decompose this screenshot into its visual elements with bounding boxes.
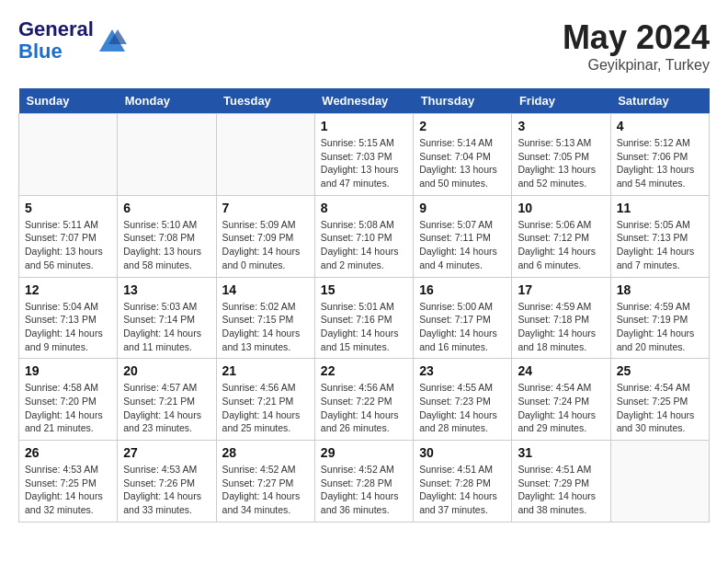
weekday-header-tuesday: Tuesday [216,88,314,114]
day-number: 17 [518,282,604,297]
calendar-cell [610,441,709,523]
calendar-cell: 16Sunrise: 5:00 AM Sunset: 7:17 PM Dayli… [414,277,512,359]
day-number: 2 [419,119,506,133]
day-number: 5 [25,201,111,215]
day-number: 11 [617,201,703,215]
day-info: Sunrise: 5:11 AM Sunset: 7:07 PM Dayligh… [25,218,111,272]
calendar-cell: 2Sunrise: 5:14 AM Sunset: 7:04 PM Daylig… [414,114,512,196]
calendar-cell: 19Sunrise: 4:58 AM Sunset: 7:20 PM Dayli… [19,359,118,441]
calendar-cell: 17Sunrise: 4:59 AM Sunset: 7:18 PM Dayli… [512,277,610,359]
week-row-0: 1Sunrise: 5:15 AM Sunset: 7:03 PM Daylig… [19,114,710,196]
weekday-header-saturday: Saturday [610,88,709,114]
calendar-cell: 15Sunrise: 5:01 AM Sunset: 7:16 PM Dayli… [314,277,413,359]
day-info: Sunrise: 4:53 AM Sunset: 7:26 PM Dayligh… [123,463,210,517]
day-info: Sunrise: 5:03 AM Sunset: 7:14 PM Dayligh… [123,300,210,354]
day-number: 16 [419,282,506,297]
calendar-cell: 3Sunrise: 5:13 AM Sunset: 7:05 PM Daylig… [512,114,610,196]
calendar-cell: 25Sunrise: 4:54 AM Sunset: 7:25 PM Dayli… [610,359,709,441]
day-number: 21 [222,363,309,378]
calendar-cell [19,114,118,196]
calendar-cell: 14Sunrise: 5:02 AM Sunset: 7:15 PM Dayli… [216,277,314,359]
calendar-cell: 30Sunrise: 4:51 AM Sunset: 7:28 PM Dayli… [414,441,512,523]
day-number: 10 [518,201,604,215]
day-number: 1 [321,119,407,133]
day-info: Sunrise: 5:08 AM Sunset: 7:10 PM Dayligh… [321,218,407,272]
day-info: Sunrise: 5:06 AM Sunset: 7:12 PM Dayligh… [518,218,604,272]
day-info: Sunrise: 5:09 AM Sunset: 7:09 PM Dayligh… [222,218,309,272]
day-info: Sunrise: 4:56 AM Sunset: 7:22 PM Dayligh… [321,381,407,435]
day-info: Sunrise: 5:12 AM Sunset: 7:06 PM Dayligh… [617,136,703,190]
day-info: Sunrise: 4:52 AM Sunset: 7:28 PM Dayligh… [321,463,407,517]
week-row-1: 5Sunrise: 5:11 AM Sunset: 7:07 PM Daylig… [19,195,710,277]
day-info: Sunrise: 4:56 AM Sunset: 7:21 PM Dayligh… [222,381,309,435]
day-info: Sunrise: 4:52 AM Sunset: 7:27 PM Dayligh… [222,463,309,517]
day-info: Sunrise: 4:51 AM Sunset: 7:28 PM Dayligh… [419,463,506,517]
day-info: Sunrise: 5:02 AM Sunset: 7:15 PM Dayligh… [222,300,309,354]
day-info: Sunrise: 5:00 AM Sunset: 7:17 PM Dayligh… [419,300,506,354]
day-info: Sunrise: 4:51 AM Sunset: 7:29 PM Dayligh… [518,463,604,517]
day-info: Sunrise: 4:53 AM Sunset: 7:25 PM Dayligh… [25,463,111,517]
day-info: Sunrise: 4:55 AM Sunset: 7:23 PM Dayligh… [419,381,506,435]
day-info: Sunrise: 5:04 AM Sunset: 7:13 PM Dayligh… [25,300,111,354]
calendar-cell: 27Sunrise: 4:53 AM Sunset: 7:26 PM Dayli… [118,441,216,523]
calendar-cell: 31Sunrise: 4:51 AM Sunset: 7:29 PM Dayli… [512,441,610,523]
calendar-cell: 7Sunrise: 5:09 AM Sunset: 7:09 PM Daylig… [216,195,314,277]
calendar-cell: 4Sunrise: 5:12 AM Sunset: 7:06 PM Daylig… [610,114,709,196]
location-subtitle: Geyikpinar, Turkey [563,57,710,74]
week-row-2: 12Sunrise: 5:04 AM Sunset: 7:13 PM Dayli… [19,277,710,359]
calendar-cell: 13Sunrise: 5:03 AM Sunset: 7:14 PM Dayli… [118,277,216,359]
calendar-cell [216,114,314,196]
calendar-table: SundayMondayTuesdayWednesdayThursdayFrid… [18,88,710,523]
calendar-cell: 18Sunrise: 4:59 AM Sunset: 7:19 PM Dayli… [610,277,709,359]
week-row-4: 26Sunrise: 4:53 AM Sunset: 7:25 PM Dayli… [19,441,710,523]
month-title: May 2024 [563,18,710,57]
calendar-cell: 28Sunrise: 4:52 AM Sunset: 7:27 PM Dayli… [216,441,314,523]
day-number: 27 [123,445,210,460]
day-number: 7 [222,201,309,215]
day-number: 26 [25,445,111,460]
title-block: May 2024 Geyikpinar, Turkey [563,18,710,74]
day-number: 30 [419,445,506,460]
day-number: 8 [321,201,407,215]
page-header: GeneralBlue May 2024 Geyikpinar, Turkey [18,18,710,74]
calendar-cell: 23Sunrise: 4:55 AM Sunset: 7:23 PM Dayli… [414,359,512,441]
day-info: Sunrise: 4:59 AM Sunset: 7:18 PM Dayligh… [518,300,604,354]
weekday-header-sunday: Sunday [19,88,118,114]
day-number: 20 [123,363,210,378]
day-info: Sunrise: 5:15 AM Sunset: 7:03 PM Dayligh… [321,136,407,190]
day-number: 4 [617,119,703,133]
day-number: 15 [321,282,407,297]
day-number: 13 [123,282,210,297]
day-info: Sunrise: 4:54 AM Sunset: 7:24 PM Dayligh… [518,381,604,435]
calendar-cell: 20Sunrise: 4:57 AM Sunset: 7:21 PM Dayli… [118,359,216,441]
calendar-cell: 10Sunrise: 5:06 AM Sunset: 7:12 PM Dayli… [512,195,610,277]
calendar-cell [118,114,216,196]
weekday-header-thursday: Thursday [414,88,512,114]
day-number: 12 [25,282,111,297]
day-info: Sunrise: 4:58 AM Sunset: 7:20 PM Dayligh… [25,381,111,435]
day-info: Sunrise: 4:57 AM Sunset: 7:21 PM Dayligh… [123,381,210,435]
weekday-header-monday: Monday [118,88,216,114]
calendar-cell: 22Sunrise: 4:56 AM Sunset: 7:22 PM Dayli… [314,359,413,441]
calendar-cell: 6Sunrise: 5:10 AM Sunset: 7:08 PM Daylig… [118,195,216,277]
day-number: 18 [617,282,703,297]
day-number: 24 [518,363,604,378]
day-number: 3 [518,119,604,133]
calendar-cell: 5Sunrise: 5:11 AM Sunset: 7:07 PM Daylig… [19,195,118,277]
weekday-header-friday: Friday [512,88,610,114]
calendar-cell: 26Sunrise: 4:53 AM Sunset: 7:25 PM Dayli… [19,441,118,523]
day-number: 31 [518,445,604,460]
logo-icon [97,28,127,53]
calendar-cell: 1Sunrise: 5:15 AM Sunset: 7:03 PM Daylig… [314,114,413,196]
day-number: 25 [617,363,703,378]
day-number: 14 [222,282,309,297]
day-number: 22 [321,363,407,378]
day-info: Sunrise: 5:07 AM Sunset: 7:11 PM Dayligh… [419,218,506,272]
calendar-cell: 29Sunrise: 4:52 AM Sunset: 7:28 PM Dayli… [314,441,413,523]
day-info: Sunrise: 4:54 AM Sunset: 7:25 PM Dayligh… [617,381,703,435]
calendar-cell: 9Sunrise: 5:07 AM Sunset: 7:11 PM Daylig… [414,195,512,277]
day-number: 19 [25,363,111,378]
week-row-3: 19Sunrise: 4:58 AM Sunset: 7:20 PM Dayli… [19,359,710,441]
day-number: 28 [222,445,309,460]
day-info: Sunrise: 5:05 AM Sunset: 7:13 PM Dayligh… [617,218,703,272]
